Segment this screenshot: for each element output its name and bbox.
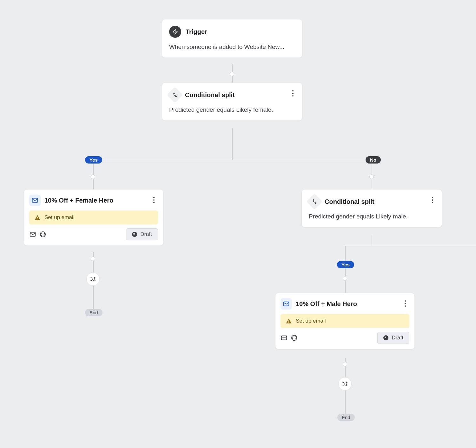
link-icon xyxy=(291,334,298,341)
add-step-button[interactable] xyxy=(338,377,352,391)
svg-rect-2 xyxy=(37,217,38,218)
email-icon xyxy=(283,300,290,307)
branch-label-yes: Yes xyxy=(337,261,354,268)
vertical-dots-icon xyxy=(432,199,433,201)
warning-text: Set up email xyxy=(296,318,326,324)
status-draft-button[interactable]: Draft xyxy=(126,228,158,240)
svg-rect-3 xyxy=(37,219,38,219)
email-action-card[interactable]: 10% Off + Male Hero Set up email Draft xyxy=(275,293,415,349)
branch-icon xyxy=(311,198,318,205)
svg-rect-8 xyxy=(288,322,289,323)
email-outline-icon xyxy=(281,334,288,341)
status-draft-button[interactable]: Draft xyxy=(377,332,409,344)
trigger-icon-badge xyxy=(169,26,181,38)
connector-ring xyxy=(230,72,234,76)
connector-ring xyxy=(369,175,374,179)
status-dot-icon xyxy=(383,335,388,340)
email-action-card[interactable]: 10% Off + Female Hero Set up email Draft xyxy=(24,189,163,246)
connector xyxy=(345,391,346,414)
connector-ring xyxy=(343,362,347,366)
split-description: Predicted gender equals Likely male. xyxy=(309,212,435,221)
email-title: 10% Off + Female Hero xyxy=(44,197,113,204)
trigger-description: When someone is added to Website New... xyxy=(169,43,295,51)
email-icon-badge xyxy=(29,195,41,206)
conditional-split-card[interactable]: Conditional split Predicted gender equal… xyxy=(162,83,302,121)
setup-warning-banner[interactable]: Set up email xyxy=(29,211,158,224)
trigger-card[interactable]: Trigger When someone is added to Website… xyxy=(162,19,302,58)
conditional-split-card[interactable]: Conditional split Predicted gender equal… xyxy=(301,189,442,227)
connector xyxy=(372,235,372,246)
status-dot-icon xyxy=(132,232,137,237)
split-icon-badge xyxy=(309,196,320,207)
setup-warning-banner[interactable]: Set up email xyxy=(281,314,409,328)
connector xyxy=(345,246,476,246)
split-title: Conditional split xyxy=(185,91,235,99)
connector xyxy=(93,286,94,310)
connector-ring xyxy=(343,276,347,281)
split-description: Predicted gender equals Likely female. xyxy=(169,106,295,114)
warning-icon xyxy=(34,214,41,221)
connector xyxy=(93,160,372,160)
more-menu-button[interactable] xyxy=(401,299,409,308)
link-icon xyxy=(39,231,46,238)
warning-text: Set up email xyxy=(44,214,75,221)
trigger-title: Trigger xyxy=(186,28,207,36)
more-menu-button[interactable] xyxy=(289,89,297,98)
vertical-dots-icon xyxy=(292,93,294,94)
branch-label-no: No xyxy=(366,156,381,164)
lightning-icon xyxy=(172,29,178,35)
vertical-dots-icon xyxy=(153,199,155,201)
connector xyxy=(345,246,346,293)
connector xyxy=(232,128,233,160)
warning-icon xyxy=(286,318,292,324)
split-icon-badge xyxy=(169,89,181,101)
email-title: 10% Off + Male Hero xyxy=(296,300,357,308)
svg-rect-7 xyxy=(288,320,289,322)
status-label: Draft xyxy=(392,335,403,341)
status-label: Draft xyxy=(140,231,152,237)
vertical-dots-icon xyxy=(405,303,406,304)
branch-label-yes: Yes xyxy=(85,156,102,164)
end-label: End xyxy=(337,414,355,421)
email-icon xyxy=(31,197,38,204)
add-step-button[interactable] xyxy=(86,272,100,286)
connector-ring xyxy=(91,175,95,179)
svg-marker-0 xyxy=(173,30,177,34)
split-title: Conditional split xyxy=(325,198,374,205)
connector-ring xyxy=(91,257,95,261)
email-icon-badge xyxy=(281,298,292,310)
end-label: End xyxy=(85,309,102,316)
connector xyxy=(93,252,94,272)
email-outline-icon xyxy=(29,231,36,238)
shuffle-icon xyxy=(342,381,348,387)
more-menu-button[interactable] xyxy=(428,195,437,205)
more-menu-button[interactable] xyxy=(150,195,158,205)
branch-icon xyxy=(172,92,178,98)
connector xyxy=(345,358,346,377)
shuffle-icon xyxy=(90,276,96,282)
